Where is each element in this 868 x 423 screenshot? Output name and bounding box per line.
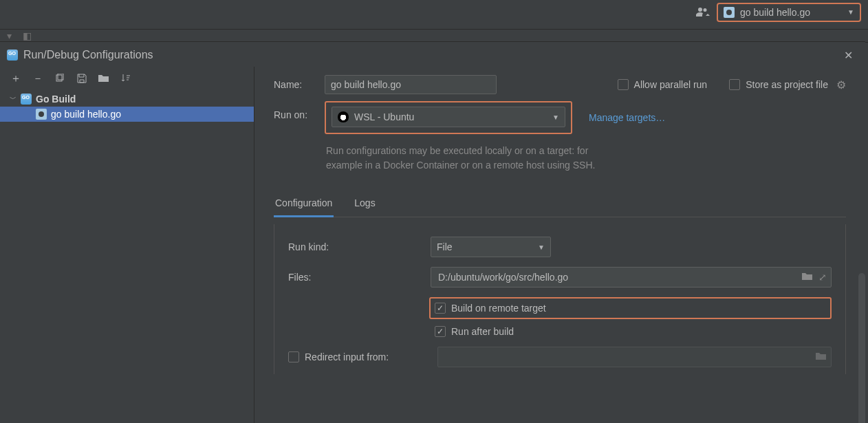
gear-icon[interactable]: ⚙ xyxy=(836,78,846,91)
allow-parallel-label: Allow parallel run xyxy=(634,79,708,90)
chevron-down-icon: ▼ xyxy=(847,8,854,16)
tree-twistie-icon: ﹀ xyxy=(10,94,17,104)
close-button[interactable]: ✕ xyxy=(840,47,856,63)
tree-node-go-build[interactable]: ﹀ Go Build xyxy=(0,91,254,107)
run-after-build-checkbox[interactable]: Run after build xyxy=(429,326,832,337)
config-tabs: Configuration Logs xyxy=(274,192,846,217)
go-file-icon xyxy=(36,109,47,120)
tree-node-label: Go Build xyxy=(36,94,76,105)
run-on-label: Run on: xyxy=(274,101,316,120)
config-tree-toolbar: ＋ － xyxy=(0,69,254,91)
run-on-row: Run on: WSL - Ubuntu ▼ Manage targets… xyxy=(274,101,846,134)
vertical-scrollbar[interactable] xyxy=(858,273,865,423)
run-kind-row: Run kind: File ▼ xyxy=(288,237,832,257)
tree-node-hello-go[interactable]: go build hello.go xyxy=(0,107,254,122)
manage-targets-link[interactable]: Manage targets… xyxy=(589,112,665,123)
chevron-down-icon: ▼ xyxy=(538,243,545,251)
run-config-selector[interactable]: go build hello.go ▼ xyxy=(717,3,861,22)
expand-icon[interactable]: ⤢ xyxy=(818,272,827,283)
name-label: Name: xyxy=(274,79,316,90)
tab-logs[interactable]: Logs xyxy=(353,192,376,217)
toolbar-icon-ghost: ◧ xyxy=(23,30,32,41)
run-config-label: go build hello.go xyxy=(740,7,842,18)
name-row: Name: Allow parallel run Store as projec… xyxy=(274,75,846,94)
store-project-checkbox[interactable]: Store as project file xyxy=(729,79,828,90)
svg-rect-0 xyxy=(56,75,62,81)
redirect-input-checkbox[interactable]: Redirect input from: xyxy=(288,351,429,362)
checkbox-icon xyxy=(729,79,740,90)
redirect-input-row: Redirect input from: xyxy=(288,347,832,367)
config-tree-panel: ＋ － ﹀ Go Build xyxy=(0,67,254,423)
go-build-icon xyxy=(21,94,32,105)
redirect-input-label: Redirect input from: xyxy=(305,351,389,362)
dialog-title: Run/Debug Configurations xyxy=(7,49,153,61)
checkbox-icon xyxy=(288,351,299,362)
sort-config-button[interactable] xyxy=(120,72,132,85)
folder-open-icon[interactable] xyxy=(802,272,813,283)
folder-open-icon xyxy=(816,351,827,362)
run-on-value: WSL - Ubuntu xyxy=(354,111,414,122)
tree-node-label: go build hello.go xyxy=(51,109,121,120)
dialog-title-text: Run/Debug Configurations xyxy=(23,49,153,61)
build-remote-checkbox[interactable]: Build on remote target xyxy=(435,303,546,314)
checkbox-checked-icon xyxy=(435,303,446,314)
toolbar-icon-ghost: ▾ xyxy=(7,30,12,41)
hint-line: example in a Docker Container or on a re… xyxy=(326,160,595,171)
run-on-highlight-box: WSL - Ubuntu ▼ xyxy=(325,101,572,134)
files-label: Files: xyxy=(288,272,422,283)
config-form: Name: Allow parallel run Store as projec… xyxy=(254,67,865,423)
editor-tab-bar: ▾ ◧ xyxy=(0,29,868,43)
run-on-select[interactable]: WSL - Ubuntu ▼ xyxy=(332,107,565,127)
run-kind-label: Run kind: xyxy=(288,241,422,252)
folder-config-button[interactable] xyxy=(98,72,110,85)
run-after-build-label: Run after build xyxy=(451,326,514,337)
checkbox-icon xyxy=(618,79,629,90)
build-options: Build on remote target Run after build xyxy=(429,297,832,337)
goland-icon xyxy=(7,50,18,61)
build-remote-label: Build on remote target xyxy=(451,303,546,314)
run-debug-config-dialog: Run/Debug Configurations ✕ ＋ － xyxy=(0,41,865,423)
run-kind-value: File xyxy=(437,241,453,252)
name-input[interactable] xyxy=(325,75,497,94)
files-value: D:/ubuntu/work/go/src/hello.go xyxy=(438,272,796,283)
tab-configuration[interactable]: Configuration xyxy=(274,192,334,217)
chevron-down-icon: ▼ xyxy=(552,113,559,121)
copy-config-button[interactable] xyxy=(54,72,66,85)
hint-line: Run configurations may be executed local… xyxy=(326,145,588,156)
svg-rect-1 xyxy=(58,74,63,80)
store-project-label: Store as project file xyxy=(746,79,828,90)
allow-parallel-checkbox[interactable]: Allow parallel run xyxy=(618,79,708,90)
checkbox-checked-icon xyxy=(435,326,446,337)
linux-icon xyxy=(338,111,349,122)
files-row: Files: D:/ubuntu/work/go/src/hello.go ⤢ xyxy=(288,267,832,288)
presence-icon[interactable] xyxy=(695,5,711,20)
remove-config-button[interactable]: － xyxy=(32,72,44,85)
dialog-header: Run/Debug Configurations ✕ xyxy=(0,42,865,67)
save-config-button[interactable] xyxy=(76,72,88,85)
redirect-input-field xyxy=(437,347,832,367)
go-file-icon xyxy=(724,7,735,18)
add-config-button[interactable]: ＋ xyxy=(10,72,22,85)
run-kind-select[interactable]: File ▼ xyxy=(431,237,551,257)
build-remote-highlight-box: Build on remote target xyxy=(429,297,832,319)
config-tree: ﹀ Go Build go build hello.go xyxy=(0,91,254,423)
main-toolbar: go build hello.go ▼ xyxy=(0,0,868,24)
run-on-hint: Run configurations may be executed local… xyxy=(326,144,697,173)
configuration-panel: Run kind: File ▼ Files: D:/ubuntu/work/g… xyxy=(274,224,846,374)
files-input[interactable]: D:/ubuntu/work/go/src/hello.go ⤢ xyxy=(431,267,832,288)
dialog-body: ＋ － ﹀ Go Build xyxy=(0,67,865,423)
